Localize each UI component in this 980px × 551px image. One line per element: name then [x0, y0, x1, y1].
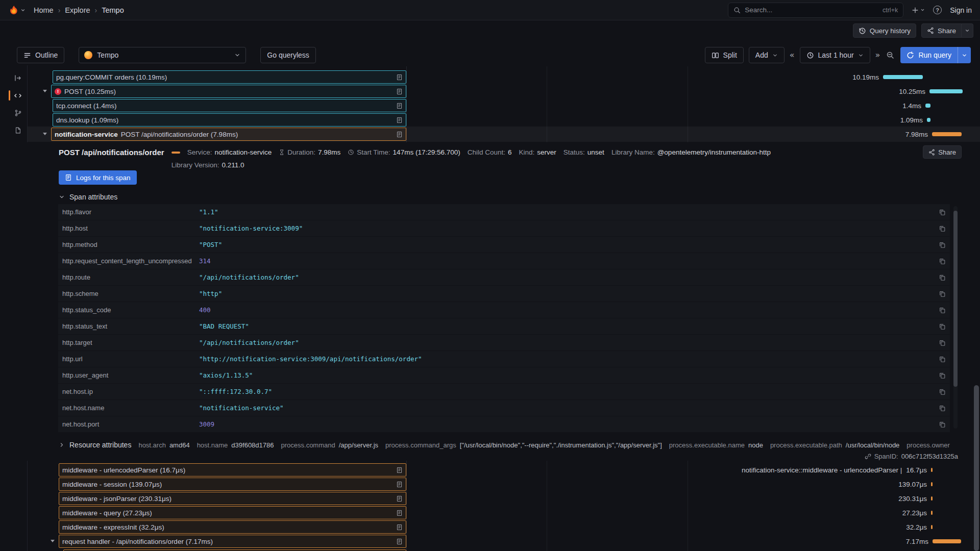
page-scrollbar-thumb[interactable] — [974, 385, 979, 551]
attribute-value: "notification-service" — [199, 404, 284, 412]
refresh-icon — [906, 52, 914, 59]
logs-icon[interactable] — [396, 88, 403, 95]
search-input[interactable] — [745, 6, 878, 14]
collapse-chevron-icon[interactable] — [51, 540, 55, 542]
logs-icon[interactable] — [396, 510, 403, 516]
resource-attribute-key: process.command — [281, 441, 335, 449]
logs-icon[interactable] — [396, 74, 403, 81]
resource-attribute-value: ["/usr/local/bin/node","--require","./in… — [460, 441, 662, 449]
copy-icon[interactable] — [939, 274, 946, 281]
collapse-chevron-icon[interactable] — [43, 133, 47, 135]
run-query-button[interactable]: Run query — [900, 47, 958, 63]
span-name-box[interactable]: middleware - urlencodedParser (16.7μs) — [59, 463, 406, 477]
share-button[interactable]: Share — [921, 23, 962, 38]
attribute-row: http.user_agent "axios/1.13.5" — [58, 367, 950, 383]
span-row[interactable]: middleware - session (139.07μs) 139.07μs — [0, 477, 980, 491]
add-button[interactable]: Add — [749, 47, 785, 63]
span-row[interactable]: ! POST (10.25ms) 10.25ms — [0, 84, 980, 98]
help-button[interactable]: ? — [933, 6, 942, 14]
grafana-logo[interactable] — [8, 5, 26, 16]
span-row[interactable]: pg.query:COMMIT orders (10.19ms) 10.19ms — [0, 70, 980, 84]
time-range-picker[interactable]: Last 1 hour — [800, 47, 870, 63]
span-row[interactable]: notification-service POST /api/notificat… — [0, 127, 980, 141]
span-row[interactable] — [0, 549, 980, 551]
span-name-box[interactable]: notification-service POST /api/notificat… — [51, 128, 406, 141]
logs-icon[interactable] — [396, 103, 403, 109]
span-name-box[interactable]: middleware - expressInit (32.2μs) — [59, 520, 406, 534]
copy-icon[interactable] — [939, 323, 946, 330]
span-duration: 32.2μs — [906, 520, 927, 534]
span-row[interactable]: dns.lookup (1.09ms) 1.09ms — [0, 113, 980, 127]
logs-icon[interactable] — [396, 538, 403, 545]
span-bar — [933, 539, 961, 543]
breadcrumb-item[interactable]: Home — [34, 6, 54, 14]
new-menu-button[interactable] — [912, 7, 925, 14]
logs-icon[interactable] — [396, 131, 403, 138]
logs-icon[interactable] — [396, 467, 403, 473]
copy-icon[interactable] — [939, 339, 946, 346]
query-history-button[interactable]: Query history — [853, 23, 916, 38]
copy-icon[interactable] — [939, 421, 946, 428]
meta-value: notification-service — [214, 147, 272, 158]
breadcrumb-item[interactable]: Tempo — [102, 6, 124, 14]
span-name-box[interactable]: request handler - /api/notifications/ord… — [59, 535, 406, 548]
global-search[interactable]: ctrl+k — [728, 3, 903, 18]
share-options-button[interactable] — [962, 23, 973, 38]
document-tab[interactable] — [12, 124, 23, 136]
copy-icon[interactable] — [939, 290, 946, 297]
span-name-box[interactable]: ! POST (10.25ms) — [51, 85, 406, 98]
logs-icon[interactable] — [396, 495, 403, 502]
span-name-box[interactable]: middleware - jsonParser (230.31μs) — [59, 492, 406, 505]
collapse-chevron-icon[interactable] — [43, 90, 47, 92]
span-duration: notification-service::middleware - urlen… — [742, 463, 927, 477]
span-row[interactable]: middleware - jsonParser (230.31μs) 230.3… — [0, 491, 980, 506]
branch-tab[interactable] — [12, 107, 23, 118]
span-row[interactable]: request handler - /api/notifications/ord… — [0, 534, 980, 548]
run-query-options-button[interactable] — [958, 47, 971, 63]
span-share-button[interactable]: Share — [923, 145, 962, 159]
outline-button[interactable]: Outline — [17, 47, 64, 63]
copy-icon[interactable] — [939, 405, 946, 412]
attribute-key: http.method — [62, 241, 199, 248]
span-name-box[interactable]: dns.lookup (1.09ms) — [53, 113, 406, 127]
split-button[interactable]: Split — [705, 47, 744, 63]
copy-icon[interactable] — [939, 307, 946, 314]
span-attributes-toggle[interactable]: Span attributes — [59, 193, 117, 201]
copy-icon[interactable] — [939, 241, 946, 248]
span-name-box[interactable]: tcp.connect (1.4ms) — [53, 99, 406, 112]
copy-icon[interactable] — [939, 209, 946, 216]
datasource-label: Tempo — [97, 51, 118, 59]
time-shift-forward-button[interactable]: » — [875, 51, 880, 59]
span-share-label: Share — [938, 148, 956, 156]
logs-icon[interactable] — [396, 117, 403, 123]
copy-icon[interactable] — [939, 258, 946, 265]
outline-label: Outline — [35, 51, 58, 59]
span-row[interactable]: middleware - expressInit (32.2μs) 32.2μs — [0, 520, 980, 534]
chevron-down-icon — [920, 8, 925, 12]
span-name-box[interactable]: middleware - query (27.23μs) — [59, 506, 406, 519]
datasource-picker[interactable]: Tempo — [79, 47, 246, 63]
logs-for-span-button[interactable]: Logs for this span — [59, 170, 137, 185]
go-queryless-button[interactable]: Go queryless — [260, 47, 315, 63]
resource-attributes-toggle[interactable]: Resource attributes — [59, 441, 131, 449]
span-row[interactable]: middleware - urlencodedParser (16.7μs) n… — [0, 463, 980, 477]
copy-icon[interactable] — [939, 356, 946, 363]
expand-pane-button[interactable] — [12, 72, 23, 84]
copy-icon[interactable] — [939, 372, 946, 379]
span-name-box[interactable]: pg.query:COMMIT orders (10.19ms) — [53, 70, 406, 84]
breadcrumb-item[interactable]: Explore — [65, 6, 90, 14]
span-row[interactable]: middleware - query (27.23μs) 27.23μs — [0, 506, 980, 520]
sign-in-button[interactable]: Sign in — [950, 6, 972, 14]
logs-icon[interactable] — [396, 524, 403, 531]
span-attributes-table: http.flavor "1.1" http.host "notificatio… — [58, 204, 950, 433]
time-shift-back-button[interactable]: « — [790, 51, 795, 59]
span-row[interactable]: tcp.connect (1.4ms) 1.4ms — [0, 98, 980, 113]
copy-icon[interactable] — [939, 388, 946, 395]
span-duration-value: 139.07μs — [898, 481, 927, 488]
logs-icon[interactable] — [396, 481, 403, 488]
copy-icon[interactable] — [939, 225, 946, 232]
attributes-scrollbar-thumb[interactable] — [953, 211, 958, 387]
query-editor-tab[interactable] — [12, 90, 23, 101]
zoom-out-button[interactable] — [885, 51, 895, 59]
span-name-box[interactable]: middleware - session (139.07μs) — [59, 478, 406, 491]
